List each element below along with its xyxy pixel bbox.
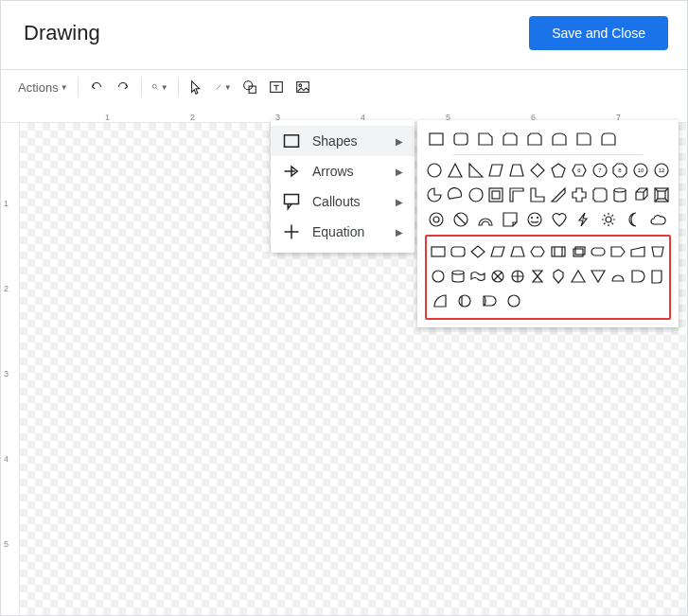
shape-fc-diamond[interactable] [468,240,486,263]
shape-dodecagon[interactable]: 12 [652,159,671,182]
textbox-tool-button[interactable] [264,75,289,99]
shape-pentagon[interactable] [549,159,568,182]
svg-rect-20 [492,191,500,199]
shape-fc-stack[interactable] [569,240,587,263]
shape-fc-shield[interactable] [549,265,567,288]
shape-row [429,240,667,263]
shape-teardrop[interactable] [467,184,485,206]
shape-fc-xcircle[interactable] [489,265,507,288]
shape-trapezoid[interactable] [507,159,526,182]
shape-decagon[interactable]: 10 [631,159,650,182]
shape-fc-rect[interactable] [429,240,447,263]
svg-text:7: 7 [598,167,602,173]
shape-fc-dshape2[interactable] [478,290,501,312]
shape-fc-qcircle[interactable] [429,290,451,312]
menu-item-arrows[interactable]: Arrows ▶ [271,156,415,186]
shape-fc-hexagon[interactable] [529,240,547,263]
undo-button[interactable] [84,75,109,99]
shape-circle[interactable] [425,159,444,182]
menu-item-equation[interactable]: Equation ▶ [271,217,415,247]
redo-button[interactable] [111,75,135,99]
shape-blockarc[interactable] [474,208,497,231]
toolbar: Actions▼ ▼ ▼ [1,70,687,104]
shape-moon[interactable] [622,208,644,231]
shape-fc-drum[interactable] [449,265,467,288]
shape-round2[interactable] [597,128,620,150]
actions-menu-button[interactable]: Actions▼ [14,75,72,99]
shape-category-menu: Shapes ▶ Arrows ▶ Callouts ▶ Equation ▶ [271,120,415,253]
svg-rect-19 [489,188,503,202]
shape-fc-trapezoid[interactable] [509,240,527,263]
shape-fc-pill[interactable] [589,240,607,263]
shape-cross[interactable] [570,184,589,206]
shape-donut[interactable] [425,208,448,231]
shape-fc-triangle[interactable] [569,265,587,288]
shape-row [425,208,671,231]
chevron-right-icon: ▶ [396,227,403,238]
shape-snip2[interactable] [499,128,521,150]
shape-lshape[interactable] [528,184,547,206]
svg-point-24 [430,213,443,226]
shape-cube[interactable] [631,184,650,206]
shape-snip1[interactable] [474,128,497,150]
shape-fc-halfcircle[interactable] [609,265,627,288]
shape-fc-wave[interactable] [468,265,486,288]
shape-bevel[interactable] [652,184,671,206]
shape-fc-circle[interactable] [429,265,447,288]
shape-round1[interactable] [573,128,595,150]
save-and-close-button[interactable]: Save and Close [529,16,668,50]
shape-cloud[interactable] [646,208,669,231]
svg-point-1 [243,81,252,90]
shape-fc-triangledown[interactable] [589,265,607,288]
shape-diamond[interactable] [528,159,547,182]
shape-roundrect[interactable] [450,128,472,150]
shape-fc-hourglass[interactable] [529,265,547,288]
shape-can[interactable] [610,184,629,206]
shapes-picker-panel: 6781012 [417,120,679,327]
shape-fc-dcircle2[interactable] [453,290,476,312]
shape-fc-manualinput[interactable] [629,240,647,263]
shape-rtriangle[interactable] [467,159,485,182]
shape-heptagon[interactable]: 7 [591,159,609,182]
shape-fc-qshape[interactable] [649,265,667,288]
shape-pie[interactable] [425,184,444,206]
shape-smiley[interactable] [523,208,546,231]
shape-roundtop[interactable] [548,128,571,150]
shape-noentry[interactable] [450,208,472,231]
svg-point-41 [459,295,470,307]
shape-fc-pluscircle[interactable] [509,265,527,288]
svg-point-0 [152,84,156,88]
shape-halfframe[interactable] [507,184,526,206]
shape-fc-circle2[interactable] [503,290,525,312]
menu-item-shapes[interactable]: Shapes ▶ [271,126,415,156]
shape-diagstripe[interactable] [549,184,568,206]
shape-fc-bucket[interactable] [649,240,667,263]
shape-fc-stripe[interactable] [549,240,567,263]
line-tool-button[interactable]: ▼ [211,75,236,99]
menu-item-callouts[interactable]: Callouts ▶ [271,186,415,217]
shape-fc-parallelogram[interactable] [489,240,507,263]
shape-lightning[interactable] [573,208,595,231]
shape-tool-button[interactable] [238,75,262,99]
shape-parallelogram[interactable] [486,159,505,182]
shape-octagon[interactable]: 8 [610,159,629,182]
shape-plaque[interactable] [591,184,609,206]
shape-hexagon[interactable]: 6 [570,159,589,182]
shape-heart[interactable] [548,208,571,231]
shape-fc-dshape[interactable] [629,265,647,288]
shape-sun[interactable] [597,208,620,231]
shape-triangle[interactable] [446,159,465,182]
zoom-button[interactable]: ▼ [148,75,172,99]
shape-fc-pentagon[interactable] [609,240,627,263]
shape-foldedcorner[interactable] [499,208,521,231]
svg-point-27 [528,213,541,226]
image-tool-button[interactable] [291,75,315,99]
shape-chord[interactable] [446,184,465,206]
svg-rect-32 [451,247,465,256]
shape-fc-roundrect[interactable] [449,240,467,263]
shape-rect[interactable] [425,128,448,150]
shape-row [429,290,667,312]
select-tool-button[interactable] [185,75,209,99]
shape-snip3[interactable] [523,128,546,150]
shape-frame[interactable] [486,184,505,206]
